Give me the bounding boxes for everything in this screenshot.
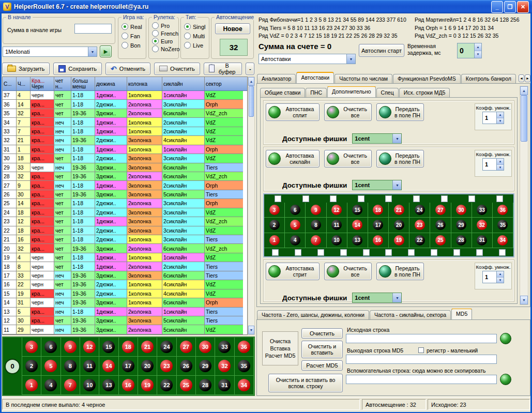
roulette-number-4[interactable]: 4 xyxy=(290,235,300,246)
column-header[interactable]: сиклайн xyxy=(162,77,205,90)
table-row[interactable]: 1622чернчет19-362дюжи..1колонка4сиклайнV… xyxy=(3,280,247,289)
roulette-number-20[interactable]: 20 xyxy=(141,360,154,372)
tab-4[interactable]: Контроль банкрол xyxy=(461,74,516,83)
scroll-down-icon[interactable]: ▼ xyxy=(520,296,528,304)
bet-checkbox[interactable] xyxy=(272,249,279,256)
roulette-number-25[interactable]: 25 xyxy=(435,235,446,246)
roulette-number-29[interactable]: 29 xyxy=(199,360,211,372)
roulette-number-2[interactable]: 2 xyxy=(269,220,280,230)
spin-up-icon[interactable]: ▲ xyxy=(497,159,504,165)
bet-checkbox[interactable] xyxy=(302,195,309,202)
roulette-number-18[interactable]: 18 xyxy=(373,205,383,215)
bet-checkbox[interactable] xyxy=(317,249,324,256)
table-row[interactable]: 194чернчет1-181дюжи..1колонка1сиклайнVdZ xyxy=(3,253,247,262)
table-row[interactable]: 2032кра...чет19-363дюжи..2колонка6сиклай… xyxy=(3,244,247,253)
table-row[interactable]: 2418кра...чет1-182дюжи..3колонка3сиклайн… xyxy=(3,208,247,217)
tab-3[interactable]: Спец xyxy=(376,88,399,97)
roulette-number-12[interactable]: 12 xyxy=(83,341,96,353)
roulette-number-21[interactable]: 21 xyxy=(141,341,154,353)
bet-checkbox[interactable] xyxy=(496,195,503,202)
roulette-number-36[interactable]: 36 xyxy=(238,341,250,353)
roulette-number-34[interactable]: 34 xyxy=(497,235,508,246)
tab-0[interactable]: Общие ставки xyxy=(260,88,305,97)
roulette-number-13[interactable]: 13 xyxy=(352,235,362,246)
roulette-number-8[interactable]: 8 xyxy=(311,220,321,230)
bet-checkbox[interactable] xyxy=(363,249,370,256)
column-header[interactable]: дюжина xyxy=(95,77,127,90)
table-row[interactable]: 337кра...неч1-181дюжи..1колонка2сиклайнV… xyxy=(3,127,247,136)
zero-cell[interactable]: 0 xyxy=(3,338,22,395)
radio-fan[interactable]: Fan xyxy=(121,33,145,39)
tab-4[interactable]: Исх. строки МД5 xyxy=(399,88,450,97)
roulette-number-36[interactable]: 36 xyxy=(497,205,508,215)
bet-checkbox[interactable] xyxy=(453,249,460,256)
roulette-number-30[interactable]: 30 xyxy=(456,205,466,215)
tab-3[interactable]: Функционал PsevdoMS xyxy=(393,74,461,83)
roulette-number-26[interactable]: 26 xyxy=(180,360,192,372)
radio-live[interactable]: Live xyxy=(184,42,208,49)
roulette-number-4[interactable]: 4 xyxy=(44,379,57,391)
roulette-number-19[interactable]: 19 xyxy=(394,235,404,246)
roulette-number-10[interactable]: 10 xyxy=(83,379,96,391)
roulette-number-6[interactable]: 6 xyxy=(44,341,57,353)
roulette-number-35[interactable]: 35 xyxy=(238,360,250,372)
chevron-down-icon[interactable]: ▼ xyxy=(88,47,97,56)
delay-spinner[interactable]: 0 ▲ ▼ xyxy=(457,43,482,58)
scroll-down-icon[interactable]: ▼ xyxy=(248,326,254,334)
autobet-button[interactable]: Автоставка стрит xyxy=(266,263,320,280)
table-row[interactable]: 3532кра...чет19-363дюжи..2колонка6сиклай… xyxy=(3,109,247,118)
roulette-number-15[interactable]: 15 xyxy=(352,205,362,215)
roulette-number-30[interactable]: 30 xyxy=(199,341,211,353)
roulette-number-20[interactable]: 20 xyxy=(394,220,404,230)
roulette-number-5[interactable]: 5 xyxy=(44,360,57,372)
roulette-number-9[interactable]: 9 xyxy=(311,205,321,215)
bet-checkbox[interactable] xyxy=(431,249,437,256)
md5-clear-button[interactable]: Очистить xyxy=(301,328,343,339)
close-button[interactable]: ✕ xyxy=(517,1,529,13)
minimize-button[interactable]: _ xyxy=(491,1,503,13)
new-button[interactable]: Новое xyxy=(215,23,250,34)
roulette-number-18[interactable]: 18 xyxy=(122,341,134,353)
roulette-number-6[interactable]: 6 xyxy=(290,205,300,215)
transfer-button[interactable]: Передать в поле ПН xyxy=(376,150,424,167)
bet-checkbox[interactable] xyxy=(385,249,392,256)
table-row[interactable]: 188чернчет1-181дюжи..2колонка2сиклайнTie… xyxy=(3,262,247,271)
table-row[interactable]: 2116кра...чет1-182дюжи..1колонка3сиклайн… xyxy=(3,235,247,244)
roulette-number-14[interactable]: 14 xyxy=(352,220,362,230)
transfer-button[interactable]: Передать в поле ПН xyxy=(376,103,424,121)
autospin-start-button[interactable]: Автоспин старт xyxy=(359,44,404,57)
roulette-number-23[interactable]: 23 xyxy=(160,360,173,372)
radio-real[interactable]: Real xyxy=(121,23,145,30)
roulette-number-10[interactable]: 10 xyxy=(331,235,342,246)
table-row[interactable]: 2630кра...чет19-363дюжи..3колонка5сиклай… xyxy=(3,190,247,199)
radio-bon[interactable]: Bon xyxy=(121,42,145,49)
roulette-number-35[interactable]: 35 xyxy=(497,220,508,230)
chips-combo[interactable]: 1cent▼ xyxy=(352,133,402,144)
table-row[interactable]: 1733черннеч19-363дюжи..3колонка6сиклайнT… xyxy=(3,271,247,280)
roulette-number-5[interactable]: 5 xyxy=(290,220,300,230)
column-header[interactable]: колонка xyxy=(127,77,162,90)
spin-up-icon[interactable]: ▲ xyxy=(475,43,481,51)
chevron-down-icon[interactable]: ▼ xyxy=(392,293,401,302)
bet-checkbox[interactable] xyxy=(295,249,301,256)
md5-clear-paste-button[interactable]: Очистить и вставить xyxy=(301,341,343,358)
table-row[interactable]: 3614кра...чет1-182дюжи..2колонка3сиклайн… xyxy=(3,100,247,109)
radio-euro[interactable]: Euro xyxy=(152,38,177,44)
roulette-number-11[interactable]: 11 xyxy=(83,360,96,372)
radio-multi[interactable]: Multi xyxy=(184,33,208,39)
roulette-number-7[interactable]: 7 xyxy=(64,379,77,391)
table-row[interactable]: 347кра...неч1-181дюжи..1колонка2сиклайнV… xyxy=(3,118,247,127)
multiplier-spinner[interactable]: 1▲▼ xyxy=(482,112,504,124)
table-row[interactable]: 1431черннеч19-363дюжи..1колонка6сиклайнO… xyxy=(3,298,247,307)
roulette-number-15[interactable]: 15 xyxy=(102,341,115,353)
copy-to-buffer-button[interactable]: В буфер xyxy=(204,63,242,75)
column-header[interactable]: сектор xyxy=(205,77,243,90)
table-row[interactable]: 1230кра...чет19-363дюжи..3колонка5сиклай… xyxy=(3,316,247,325)
radio-nozero[interactable]: NoZero xyxy=(152,45,177,52)
roulette-number-24[interactable]: 24 xyxy=(415,205,425,215)
table-scrollbar[interactable]: ▲ ▼ xyxy=(248,77,255,335)
scroll-up-icon[interactable]: ▲ xyxy=(248,77,254,86)
clear-all-button[interactable]: Очистить все xyxy=(324,150,372,167)
roulette-number-31[interactable]: 31 xyxy=(477,235,487,246)
spin-up-icon[interactable]: ▲ xyxy=(497,271,504,278)
